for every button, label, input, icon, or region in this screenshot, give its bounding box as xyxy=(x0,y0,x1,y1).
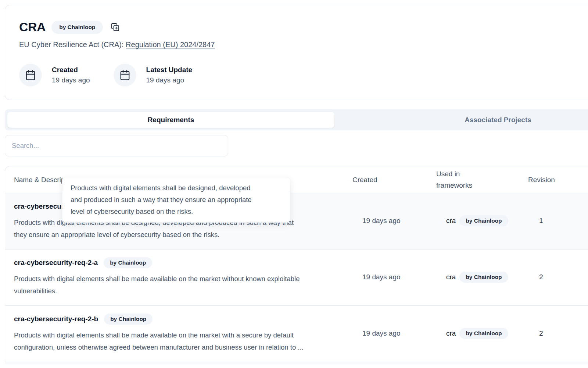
latest-update-label: Latest Update xyxy=(146,66,193,74)
cell-frameworks: cra by Chainloop xyxy=(436,328,528,339)
calendar-icon xyxy=(19,64,42,86)
cell-revision: 2 xyxy=(528,329,588,337)
requirement-name: cra-cybersecurity-req-2-b xyxy=(14,315,98,323)
cell-revision: 2 xyxy=(528,273,588,281)
cell-revision: 1 xyxy=(528,217,588,225)
provider-badge: by Chainloop xyxy=(51,21,103,34)
column-header-created: Created xyxy=(352,174,436,185)
cell-name: cra-cybersecurity-req-2-b by Chainloop P… xyxy=(14,314,352,353)
tab-bar: Requirements Associated Projects xyxy=(5,109,588,130)
framework-header-card: CRA by Chainloop EU Cyber Resilience Act… xyxy=(5,5,588,100)
meta-created: Created 19 days ago xyxy=(19,64,90,86)
table-row[interactable]: cra-cybersecurity-req-2-a by Chainloop P… xyxy=(5,250,588,306)
column-header-frameworks: Used in frameworks xyxy=(436,168,484,191)
requirement-name: cra-cybersecurity-req-2-a xyxy=(14,259,98,267)
latest-update-value: 19 days ago xyxy=(146,76,193,84)
subtitle-text: EU Cyber Resilience Act (CRA): xyxy=(19,40,124,49)
cell-frameworks: cra by Chainloop xyxy=(436,215,528,226)
requirement-badge: by Chainloop xyxy=(104,314,153,325)
framework-badge: by Chainloop xyxy=(459,328,508,339)
table-row[interactable]: cra-cybersecurity-req-2-b by Chainloop P… xyxy=(5,306,588,362)
description-tooltip: Products with digital elements shall be … xyxy=(62,177,290,223)
title-row: CRA by Chainloop xyxy=(19,20,588,34)
column-header-revision: Revision xyxy=(528,174,588,185)
search-input[interactable] xyxy=(5,135,228,156)
framework-name: cra xyxy=(446,273,456,281)
cell-name: cra-cybersecurity-req-2-a by Chainloop P… xyxy=(14,257,352,297)
cell-created: 19 days ago xyxy=(352,217,436,225)
framework-badge: by Chainloop xyxy=(459,215,508,226)
cell-created: 19 days ago xyxy=(352,273,436,281)
framework-subtitle: EU Cyber Resilience Act (CRA): Regulatio… xyxy=(19,40,588,49)
cell-created: 19 days ago xyxy=(352,329,436,337)
meta-row: Created 19 days ago Latest Update 19 day… xyxy=(19,64,588,86)
requirement-description: Products with digital elements shall be … xyxy=(14,273,338,297)
framework-name: cra xyxy=(446,329,456,337)
copy-plus-button[interactable] xyxy=(111,23,119,31)
requirement-badge: by Chainloop xyxy=(104,257,152,268)
meta-latest-update: Latest Update 19 days ago xyxy=(114,64,193,86)
next-row-sliver xyxy=(5,362,588,364)
created-label: Created xyxy=(52,66,90,74)
copy-plus-icon xyxy=(111,23,119,31)
search-wrap xyxy=(5,135,588,156)
cell-frameworks: cra by Chainloop xyxy=(436,272,528,283)
requirement-description: Products with digital elements shall be … xyxy=(14,329,338,353)
page-content: CRA by Chainloop EU Cyber Resilience Act… xyxy=(0,5,588,364)
regulation-link[interactable]: Regulation (EU) 2024/2847 xyxy=(126,40,215,49)
framework-badge: by Chainloop xyxy=(459,272,508,283)
tab-associated-projects[interactable]: Associated Projects xyxy=(334,112,588,128)
calendar-icon xyxy=(114,64,136,86)
framework-name: cra xyxy=(446,217,456,225)
created-value: 19 days ago xyxy=(52,76,90,84)
tab-requirements[interactable]: Requirements xyxy=(7,112,334,128)
page-title: CRA xyxy=(19,20,46,34)
